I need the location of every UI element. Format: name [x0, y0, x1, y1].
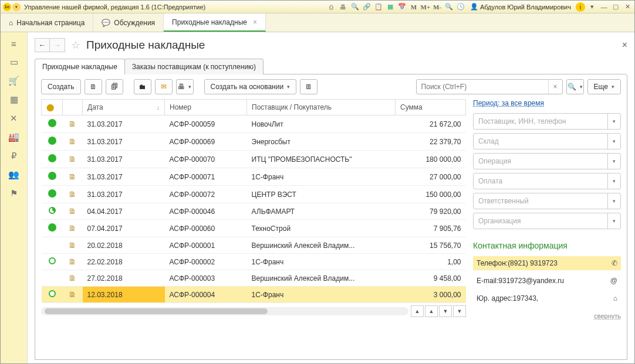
rail-card-icon[interactable]: ▭	[8, 57, 20, 67]
tab-start-page[interactable]: ⌂ Начальная страница	[1, 13, 93, 32]
titlebar-print-icon[interactable]: ⎙	[327, 2, 336, 12]
titlebar-link-icon[interactable]: 🔗	[362, 2, 371, 12]
scroll-bottom-button[interactable]: ▼	[453, 305, 466, 317]
table-row[interactable]: 🗎31.03.2017АСФР-000069Энергосбыт22 379,7…	[42, 133, 466, 151]
col-date-header[interactable]: Дата↓	[83, 100, 165, 115]
table-row[interactable]: 🗎20.02.2018АСФР-000001Вершинский Алексей…	[42, 237, 466, 254]
search-input[interactable]	[417, 83, 548, 91]
titlebar-clock-icon[interactable]: 🕓	[456, 2, 465, 12]
copy-doc-button[interactable]: 🗎	[85, 79, 102, 94]
cell-doc-icon: 🗎	[63, 287, 83, 303]
tab-discussions[interactable]: 💬 Обсуждения	[93, 13, 164, 32]
rail-factory-icon[interactable]: 🏭	[8, 132, 20, 142]
titlebar-mplus-button[interactable]: M+	[421, 2, 430, 12]
print-button[interactable]: 🖶▾	[176, 79, 194, 94]
titlebar-zoom-icon[interactable]: 🔍	[444, 2, 454, 12]
table-row[interactable]: 🗎12.03.2018АСФР-0000041С-Франч3 000,00	[42, 287, 466, 303]
mail-button[interactable]: ✉	[155, 79, 173, 94]
app-menu-dropdown[interactable]: ▾	[12, 3, 21, 11]
subtab-orders[interactable]: Заказы поставщикам (к поступлению)	[124, 59, 264, 74]
titlebar-print2-icon[interactable]: 🖶	[339, 2, 348, 12]
titlebar-info-dd[interactable]: ▾	[587, 2, 597, 12]
scroll-down-button[interactable]: ▼	[439, 305, 452, 317]
page-close-button[interactable]: ×	[622, 40, 627, 50]
new-from-template-button[interactable]: 🗐	[106, 79, 123, 94]
table-row[interactable]: 🗎31.03.2017АСФР-000059НовочЛит21 672,00	[42, 115, 466, 133]
collapse-link[interactable]: свернуть	[594, 312, 621, 319]
titlebar-calendar-icon[interactable]: 📅	[397, 2, 407, 12]
table-row[interactable]: 🗎31.03.2017АСФР-000070ИТЦ "ПРОМБЕЗОПАСНО…	[42, 151, 466, 168]
chevron-down-icon[interactable]: ▾	[607, 114, 620, 129]
chevron-down-icon[interactable]: ▾	[607, 193, 620, 209]
filter-operation[interactable]: Операция▾	[473, 153, 621, 169]
titlebar-search-icon[interactable]: 🔍	[350, 2, 360, 12]
col-doc-header[interactable]	[63, 100, 83, 115]
report-button[interactable]: 🗏	[300, 79, 318, 94]
search-submit-button[interactable]: 🔍▾	[566, 79, 584, 94]
window-maximize-button[interactable]: ▢	[611, 2, 620, 12]
rail-tools-icon[interactable]: ✕	[8, 113, 20, 124]
titlebar-m-button[interactable]: M	[409, 2, 418, 12]
rail-flag-icon[interactable]: ⚑	[8, 188, 20, 199]
rail-grid-icon[interactable]: ▦	[8, 94, 20, 105]
table-row[interactable]: 🗎27.02.2018АСФР-000003Вершинский Алексей…	[42, 270, 466, 287]
cell-doc-icon: 🗎	[63, 168, 83, 186]
favorite-star-icon[interactable]: ☆	[70, 39, 82, 51]
document-icon: 🗎	[69, 207, 76, 216]
tab-close-icon[interactable]: ×	[253, 18, 257, 26]
nav-back-button[interactable]: ←	[35, 38, 50, 52]
window-minimize-button[interactable]: —	[599, 2, 609, 12]
cell-number: АСФР-000070	[165, 151, 247, 168]
titlebar-mminus-button[interactable]: M-	[433, 2, 442, 12]
period-link[interactable]: Период: за все время	[473, 99, 621, 107]
cell-doc-icon: 🗎	[63, 270, 83, 287]
contact-email-row[interactable]: E-mail: 9319723@yandex.ru @	[473, 274, 621, 288]
cell-party: 1С-Франч	[247, 287, 396, 303]
chevron-down-icon[interactable]: ▾	[607, 134, 620, 149]
tab-invoices[interactable]: Приходные накладные ×	[164, 13, 266, 32]
filter-responsible[interactable]: Ответственный▾	[473, 193, 621, 209]
table-row[interactable]: 🗎31.03.2017АСФР-000072ЦЕНТР ВЭСТ150 000,…	[42, 186, 466, 203]
table-row[interactable]: 🗎07.04.2017АСФР-000060ТехноСтрой7 905,76	[42, 220, 466, 237]
filter-payment[interactable]: Оплата▾	[473, 173, 621, 189]
nav-forward-button[interactable]: →	[50, 38, 65, 52]
table-row[interactable]: 🗎04.04.2017АСФР-000046АЛЬФАМАРТ79 920,00	[42, 203, 466, 220]
contact-phone-row[interactable]: Телефон: (8921) 9319723 ✆	[473, 256, 621, 270]
email-value: 9319723@yandex.ru	[498, 277, 564, 285]
rail-users-icon[interactable]: 👥	[8, 169, 20, 180]
table-row[interactable]: 🗎22.02.2018АСФР-0000021С-Франч1,00	[42, 254, 466, 270]
scroll-top-button[interactable]: ▲	[411, 305, 424, 317]
search-clear-button[interactable]: ×	[548, 80, 562, 94]
user-badge[interactable]: 👤 Абдулов Юрий Владимирович	[468, 3, 573, 11]
chevron-down-icon[interactable]: ▾	[607, 213, 620, 229]
cell-party: НовочЛит	[247, 115, 396, 133]
more-button[interactable]: Еще ▾	[587, 79, 621, 94]
chevron-down-icon[interactable]: ▾	[607, 174, 620, 189]
rail-money-icon[interactable]: ₽	[8, 151, 20, 161]
chevron-down-icon[interactable]: ▾	[607, 154, 620, 169]
cell-number: АСФР-000001	[165, 237, 247, 254]
horizontal-scrollbar[interactable]	[41, 307, 408, 315]
col-number-header[interactable]: Номер	[165, 100, 247, 115]
titlebar-calc-icon[interactable]: ▦	[386, 2, 395, 12]
filter-warehouse[interactable]: Склад▾	[473, 133, 621, 149]
filter-warehouse-ph: Склад	[474, 137, 607, 145]
email-label: E-mail:	[477, 277, 498, 285]
create-button[interactable]: Создать	[41, 79, 81, 94]
create-based-on-button[interactable]: Создать на основании ▾	[204, 79, 297, 94]
folder-button[interactable]: 🖿	[134, 79, 151, 94]
col-party-header[interactable]: Поставщик / Покупатель	[247, 100, 396, 115]
titlebar-info-icon[interactable]: i	[576, 2, 585, 12]
subtab-invoices[interactable]: Приходные накладные	[35, 59, 125, 74]
titlebar-clipboard-icon[interactable]: 📋	[374, 2, 383, 12]
window-close-button[interactable]: ✕	[623, 2, 632, 12]
col-status-header[interactable]: ⬤	[42, 100, 63, 115]
rail-cart-icon[interactable]: 🛒	[8, 76, 20, 86]
filter-supplier[interactable]: Поставщик, ИНН, телефон▾	[473, 113, 621, 130]
table-row[interactable]: 🗎31.03.2017АСФР-0000711С-Франч27 000,00	[42, 168, 466, 186]
col-sum-header[interactable]: Сумма	[396, 100, 466, 115]
filter-organization[interactable]: Организация▾	[473, 213, 621, 229]
scroll-up-button[interactable]: ▲	[425, 305, 438, 317]
rail-menu-icon[interactable]: ≡	[8, 38, 20, 49]
contact-address-row[interactable]: Юр. адрес: 197343, ⌂	[473, 291, 621, 305]
